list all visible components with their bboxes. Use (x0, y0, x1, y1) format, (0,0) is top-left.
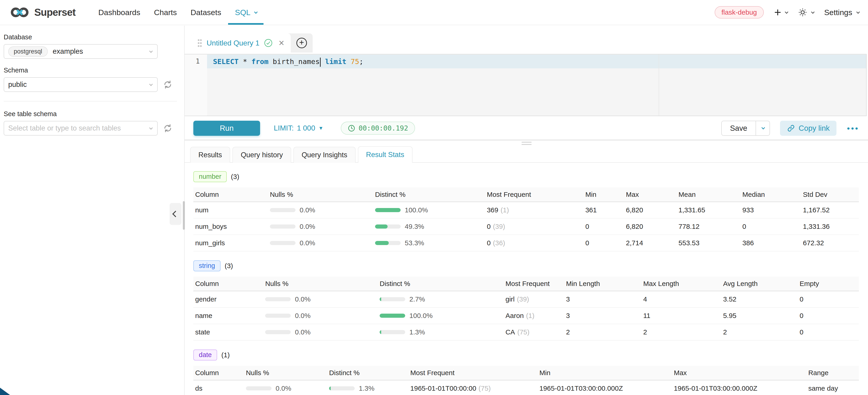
engine-tag: postgresql (8, 47, 48, 57)
tab-query-insights[interactable]: Query Insights (293, 147, 355, 163)
run-button[interactable]: Run (193, 121, 260, 136)
nulls-bar-wrap: 0.0% (265, 328, 375, 336)
tab-result-stats[interactable]: Result Stats (358, 146, 412, 163)
column-header: Most Frequent (487, 191, 585, 199)
refresh-tables-icon[interactable] (163, 123, 173, 133)
stat-cell: 2 (643, 328, 723, 336)
column-header: Distinct % (375, 191, 487, 199)
refresh-schema-icon[interactable] (163, 80, 173, 90)
column-header: Column (193, 280, 265, 287)
query-tab[interactable]: Untitled Query 1 × (191, 33, 291, 53)
copy-link-button[interactable]: Copy link (780, 121, 837, 136)
theme-toggle-button[interactable] (798, 7, 814, 17)
more-menu-button[interactable]: ••• (847, 124, 859, 132)
stats-section-string: string(3)ColumnNulls %Distinct %Most Fre… (193, 261, 859, 341)
progress-bar (270, 208, 296, 212)
stat-cell: 1965-01-01T03:00:00.000Z (539, 385, 674, 392)
table-header-row: ColumnNulls %Distinct %Most FrequentMin … (193, 277, 859, 291)
most-frequent-value: 369 (487, 206, 498, 214)
toolbar-left: Run LIMIT: 1 000 ▼ 00:00:00.192 (193, 121, 415, 136)
stats-section-date: date(1)ColumnNulls %Distinct %Most Frequ… (193, 350, 859, 395)
schema-label: Schema (4, 66, 184, 74)
most-frequent-count: (39) (493, 223, 505, 230)
tab-query-history[interactable]: Query history (232, 147, 291, 163)
most-frequent-count: (39) (517, 295, 529, 303)
progress-bar (380, 314, 405, 318)
new-tab-button[interactable]: + (291, 33, 313, 53)
query-tab-title: Untitled Query 1 (207, 39, 259, 47)
column-name-cell: gender (193, 295, 265, 303)
progress-bar (246, 386, 272, 390)
query-tabstrip: Untitled Query 1 × + (191, 33, 313, 53)
clock-icon (348, 124, 355, 132)
most-frequent-count: (36) (493, 239, 505, 247)
column-count: (3) (231, 173, 239, 181)
table-header-row: ColumnNulls %Distinct %Most FrequentMinM… (193, 366, 859, 381)
distinct-bar-wrap: 49.3% (375, 223, 482, 231)
section-header-number: number(3) (193, 172, 859, 182)
column-header: Nulls % (265, 280, 380, 287)
progress-bar (375, 224, 401, 229)
distinct-bar: 53.3% (375, 239, 487, 247)
code-token: birth_names (269, 57, 320, 66)
stat-cell: 4 (643, 295, 723, 303)
stat-cell: 672.32 (803, 239, 859, 247)
table-select[interactable]: Select table or type to search tables (4, 121, 158, 135)
progress-value: 0.0% (295, 328, 310, 336)
stats-section-number: number(3)ColumnNulls %Distinct %Most Fre… (193, 172, 859, 251)
distinct-bar-wrap: 1.3% (329, 385, 406, 392)
column-header: Most Frequent (410, 369, 539, 377)
code-token: SELECT (213, 57, 239, 66)
table-header-row: ColumnNulls %Distinct %Most FrequentMinM… (193, 187, 859, 202)
progress-bar (380, 297, 405, 301)
progress-bar (329, 386, 355, 390)
nav-sql[interactable]: SQL (228, 0, 264, 25)
progress-value: 100.0% (405, 206, 428, 214)
save-options-button[interactable] (755, 121, 770, 135)
mouse-cursor (0, 388, 10, 395)
close-tab-icon[interactable]: × (279, 38, 284, 48)
distinct-bar: 1.3% (329, 385, 410, 392)
schema-select[interactable]: public (4, 77, 158, 92)
most-frequent-value: 0 (487, 223, 491, 230)
nav-datasets[interactable]: Datasets (184, 0, 228, 25)
column-header: Distinct % (329, 369, 410, 377)
section-header-date: date(1) (193, 350, 859, 360)
new-item-button[interactable]: + (774, 6, 787, 18)
stat-cell: 2 (723, 328, 800, 336)
column-count: (3) (225, 262, 233, 270)
pane-resize-handle[interactable] (522, 142, 532, 146)
save-button[interactable]: Save (722, 121, 755, 135)
chevron-down-icon (149, 82, 153, 86)
stat-cell: 1,331.36 (803, 223, 859, 231)
database-select[interactable]: postgresql examples (4, 44, 158, 59)
limit-dropdown[interactable]: LIMIT: 1 000 ▼ (274, 124, 323, 132)
nav-dashboards[interactable]: Dashboards (91, 0, 147, 25)
stat-cell: 778.12 (679, 223, 743, 231)
column-header: Max Length (643, 280, 723, 287)
chevron-down-icon (785, 10, 788, 14)
column-header: Min (539, 369, 674, 377)
column-header: Empty (800, 280, 859, 287)
stat-cell: 6,820 (626, 206, 679, 214)
progress-value: 0.0% (300, 239, 315, 247)
superset-logo[interactable]: Superset (9, 7, 75, 18)
progress-bar (375, 208, 401, 212)
tab-results[interactable]: Results (190, 147, 230, 163)
nulls-bar: 0.0% (265, 328, 380, 336)
chevron-down-icon (811, 10, 815, 14)
nulls-bar-wrap: 0.0% (246, 385, 324, 392)
progress-value: 2.7% (409, 295, 425, 303)
collapse-sidebar-button[interactable] (169, 203, 182, 225)
sql-editor[interactable]: 1 SELECT * from birth_names limit 75; (185, 54, 867, 116)
line-number: 1 (196, 57, 200, 65)
database-value: examples (53, 47, 83, 56)
table-row-num_girls: num_girls0.0%53.3%0(36)02,714553.5338667… (193, 235, 859, 251)
code-token: * (239, 57, 251, 66)
most-frequent-cell: CA(75) (505, 328, 566, 336)
settings-menu[interactable]: Settings (824, 8, 859, 17)
stat-cell: 933 (742, 206, 803, 214)
nav-charts[interactable]: Charts (147, 0, 184, 25)
copy-link-label: Copy link (799, 124, 830, 132)
plus-icon: + (774, 6, 781, 18)
